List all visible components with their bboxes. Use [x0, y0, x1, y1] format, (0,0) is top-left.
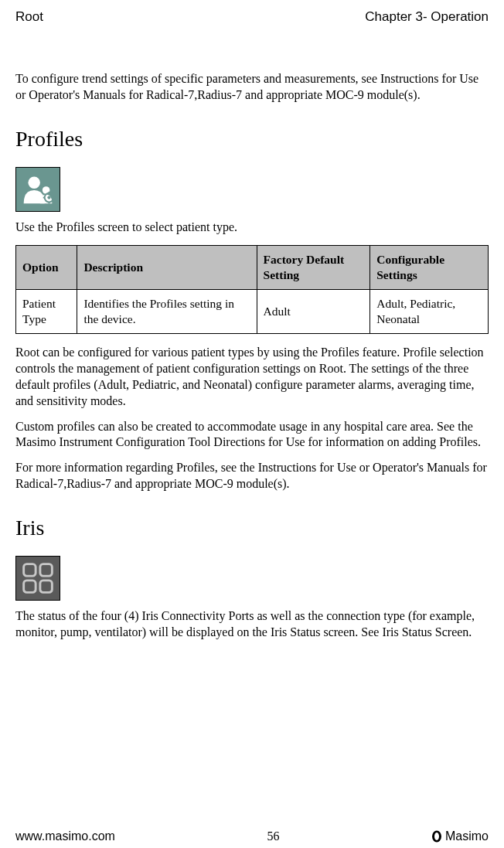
profiles-para-2: Custom profiles can also be created to a… — [15, 419, 489, 451]
footer-left: www.masimo.com — [15, 829, 115, 843]
td-factory: Adult — [257, 290, 370, 334]
th-config: Configurable Settings — [370, 245, 489, 289]
footer-brand: Masimo — [445, 829, 489, 843]
th-option: Option — [16, 245, 77, 289]
profiles-icon — [15, 167, 60, 212]
svg-rect-9 — [16, 557, 60, 600]
td-option: Patient Type — [16, 290, 77, 334]
th-description: Description — [77, 245, 257, 289]
svg-point-1 — [28, 177, 39, 189]
svg-point-15 — [434, 833, 439, 840]
footer-page-number: 56 — [267, 829, 279, 843]
profiles-table: Option Description Factory Default Setti… — [15, 245, 489, 335]
profiles-caption: Use the Profiles screen to select patien… — [15, 220, 489, 236]
page-header: Root Chapter 3- Operation — [15, 9, 489, 25]
footer-right: Masimo — [431, 829, 489, 843]
page-footer: www.masimo.com 56 Masimo — [15, 825, 489, 848]
header-left: Root — [15, 9, 43, 25]
table-row: Patient Type Identifies the Profiles set… — [16, 290, 489, 334]
th-factory: Factory Default Setting — [257, 245, 370, 289]
page-body: To configure trend settings of specific … — [15, 71, 489, 825]
masimo-logo-icon — [431, 830, 442, 843]
profiles-para-3: For more information regarding Profiles,… — [15, 460, 489, 492]
svg-point-4 — [47, 196, 50, 199]
td-config: Adult, Pediatric, Neonatal — [370, 290, 489, 334]
header-right: Chapter 3- Operation — [365, 9, 489, 25]
intro-paragraph: To configure trend settings of specific … — [15, 71, 489, 104]
profiles-para-1: Root can be configured for various patie… — [15, 345, 489, 409]
table-header-row: Option Description Factory Default Setti… — [16, 245, 489, 289]
iris-heading: Iris — [15, 514, 489, 542]
svg-rect-0 — [16, 168, 60, 211]
iris-icon — [15, 556, 60, 601]
td-description: Identifies the Profiles setting in the d… — [77, 290, 257, 334]
profiles-heading: Profiles — [15, 125, 489, 153]
iris-paragraph: The status of the four (4) Iris Connecti… — [15, 608, 489, 641]
